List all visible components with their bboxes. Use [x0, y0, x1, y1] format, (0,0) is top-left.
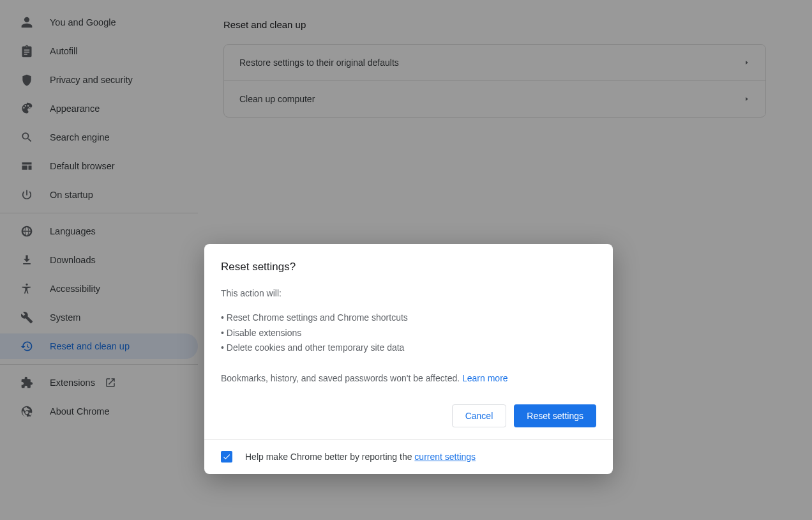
dialog-bullet: Disable extensions — [227, 326, 302, 341]
current-settings-link[interactable]: current settings — [414, 452, 476, 462]
dialog-bullet: Delete cookies and other temporary site … — [227, 340, 405, 356]
dialog-title: Reset settings? — [221, 261, 596, 273]
footer-text: Help make Chrome better by reporting the… — [245, 452, 476, 462]
cancel-button[interactable]: Cancel — [452, 404, 507, 427]
dialog-note: Bookmarks, history, and saved passwords … — [221, 373, 460, 383]
report-settings-checkbox[interactable] — [221, 451, 232, 463]
dialog-message: This action will: Reset Chrome settings … — [221, 286, 596, 386]
reset-settings-dialog: Reset settings? This action will: Reset … — [204, 244, 613, 474]
reset-settings-button[interactable]: Reset settings — [514, 404, 596, 427]
dialog-intro: This action will: — [221, 286, 596, 302]
dialog-bullet: Reset Chrome settings and Chrome shortcu… — [227, 310, 408, 326]
learn-more-link[interactable]: Learn more — [460, 373, 508, 383]
modal-overlay[interactable]: Reset settings? This action will: Reset … — [0, 0, 812, 520]
